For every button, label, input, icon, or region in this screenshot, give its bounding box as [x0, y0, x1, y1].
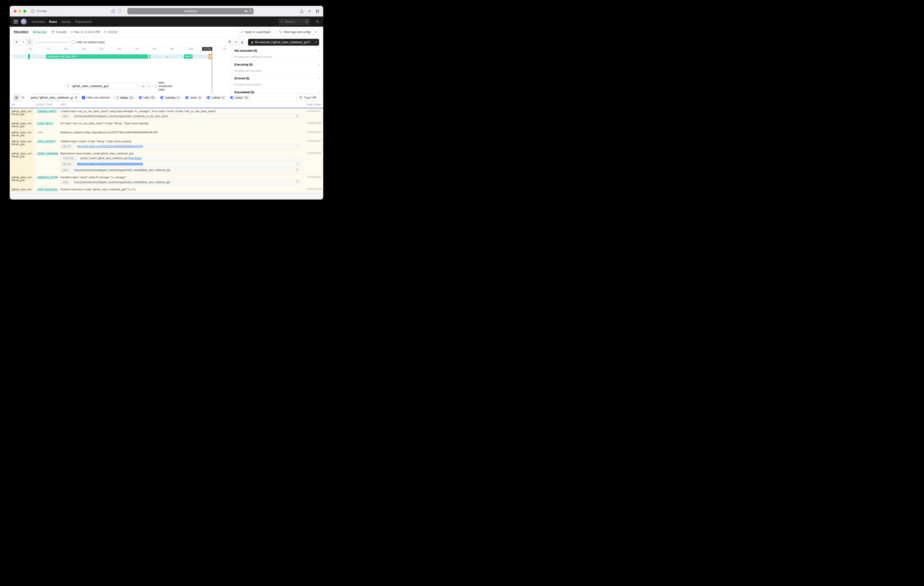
- nav-deployment[interactable]: Deployment: [75, 20, 92, 23]
- assets-count[interactable]: 5 assets: [51, 30, 67, 34]
- new-tab-icon[interactable]: [308, 9, 312, 13]
- tick: 40s: [82, 48, 86, 50]
- copy-icon[interactable]: [295, 180, 300, 184]
- reexecute-dropdown[interactable]: [313, 39, 319, 46]
- share-icon[interactable]: [300, 9, 304, 13]
- log-row[interactable]: github_stars_notebook_gist STEP_SUCCESS …: [10, 186, 323, 192]
- duration: 0:01:52: [103, 30, 117, 34]
- more-actions-button[interactable]: [313, 29, 319, 35]
- open-launchpad-button[interactable]: Open in Launchpad: [238, 29, 273, 35]
- nav-assets[interactable]: Assets: [61, 20, 71, 23]
- log-row[interactable]: github_stars_notebook_gist LOADED_INPUT …: [10, 108, 323, 121]
- copy-url-button[interactable]: Copy URL: [297, 94, 320, 101]
- svg-rect-31: [241, 42, 243, 43]
- gear-icon[interactable]: [315, 20, 319, 23]
- forward-button[interactable]: ›: [57, 8, 63, 14]
- logs-structured-button[interactable]: [13, 94, 20, 101]
- view-opt-3[interactable]: [239, 39, 246, 45]
- gantt-time-button[interactable]: [26, 39, 33, 45]
- translate-icon[interactable]: [244, 10, 248, 13]
- reload-icon[interactable]: [249, 10, 252, 13]
- gantt-bar-real[interactable]: real...: [184, 55, 191, 59]
- level-debug[interactable]: debug11: [112, 95, 135, 100]
- filter-graph-icon: [67, 85, 70, 88]
- svg-rect-3: [113, 10, 114, 12]
- svg-rect-29: [235, 41, 237, 43]
- log-row[interactable]: github_stars_notebook_gist INFO Notebook…: [10, 129, 323, 138]
- svg-point-35: [68, 87, 69, 88]
- level-info[interactable]: info20: [137, 95, 157, 100]
- level-warning[interactable]: warning0: [158, 95, 182, 100]
- svg-point-18: [280, 31, 280, 31]
- metadata-row: asset_keysimpler_model / github_stars_no…: [60, 156, 300, 161]
- section-errored[interactable]: Errored (0)⌄: [231, 75, 323, 82]
- metadata-row: path/Users/yuhan/dev/local/dagster_home/…: [60, 180, 300, 185]
- shield-icon[interactable]: [117, 9, 122, 13]
- search-input[interactable]: Search... /: [279, 18, 310, 25]
- status-badge: Success: [32, 30, 48, 34]
- copy-icon[interactable]: [295, 114, 300, 118]
- nav-overview[interactable]: Overview: [31, 20, 45, 23]
- tick: 60s: [117, 48, 121, 50]
- hide-non-matches-checkbox[interactable]: Hide non-matches: [82, 96, 110, 99]
- filter-clear-button[interactable]: [140, 83, 146, 89]
- svg-rect-30: [241, 43, 243, 43]
- sidebar-toggle-icon[interactable]: [31, 9, 35, 13]
- filter-expand-button[interactable]: [146, 83, 153, 89]
- status-panel: Not executed (0)⌄ No steps are waiting t…: [231, 47, 323, 93]
- gantt-flat-button[interactable]: [13, 39, 20, 45]
- gantt-chart[interactable]: 10s20s30s40s50s60s70s80s90s100s 111.5s 1…: [10, 47, 231, 93]
- svg-rect-27: [229, 42, 231, 42]
- level-error[interactable]: error0: [183, 95, 203, 100]
- gantt-waterfall-button[interactable]: [20, 39, 26, 45]
- logs-query-input[interactable]: [28, 94, 79, 101]
- metadata-row: path/Users/yuhan/dev/local/dagster_home/…: [60, 114, 300, 119]
- svg-rect-6: [316, 10, 317, 11]
- titlebar: Private ‹ › localhost: [10, 6, 323, 17]
- svg-rect-39: [21, 96, 24, 99]
- svg-point-10: [281, 21, 283, 23]
- section-not-executed[interactable]: Not executed (0)⌄: [231, 47, 323, 55]
- log-row[interactable]: github_stars_notebook_gist HANDLED_OUTPU…: [10, 174, 323, 186]
- nav-runs[interactable]: Runs: [49, 20, 57, 23]
- view-opt-2[interactable]: [233, 39, 239, 45]
- gantt-bar-stargazers[interactable]: stargazers_with_user_info: [46, 55, 148, 59]
- gantt-selected-step[interactable]: [209, 54, 212, 59]
- metadata-row: path/Users/yuhan/dev/local/dagster_home/…: [60, 167, 300, 172]
- gantt-filter-input[interactable]: [65, 83, 138, 89]
- tick: 30s: [64, 48, 68, 50]
- level-critical[interactable]: critical0: [205, 95, 227, 100]
- log-row[interactable]: github_stars_notebook_gist STEP_OUTPUT Y…: [10, 138, 323, 151]
- svg-rect-41: [300, 97, 302, 99]
- close-window-button[interactable]: [13, 10, 16, 13]
- url-bar[interactable]: localhost: [127, 8, 254, 14]
- gantt-toolbar: Hide not started steps Re-execute ("gith…: [10, 37, 323, 47]
- current-time-badge: 111.5s: [202, 47, 212, 51]
- copy-icon[interactable]: [295, 168, 300, 172]
- logs-raw-button[interactable]: [20, 94, 26, 101]
- maximize-window-button[interactable]: [23, 10, 26, 13]
- svg-point-25: [28, 41, 30, 43]
- view-tags-button[interactable]: View tags and config: [276, 29, 313, 35]
- minimize-window-button[interactable]: [18, 10, 21, 13]
- reexecute-button[interactable]: Re-execute ("github_stars_notebook_gist"…: [248, 39, 313, 46]
- back-button[interactable]: ‹: [51, 8, 56, 14]
- link-icon[interactable]: [295, 162, 300, 166]
- zoom-slider[interactable]: [35, 42, 69, 43]
- clear-query-button[interactable]: ✕: [74, 96, 78, 99]
- svg-rect-13: [52, 31, 54, 33]
- onepassword-icon[interactable]: [111, 9, 115, 13]
- section-executing[interactable]: Executing (0)⌄: [231, 61, 323, 68]
- hide-not-started-checkbox[interactable]: Hide not started steps: [72, 41, 105, 44]
- hide-unselected-checkbox[interactable]: Hide unselected steps: [155, 81, 176, 91]
- dagster-logo[interactable]: [21, 19, 27, 25]
- log-row[interactable]: github_stars_notebook_gist STEP_INPUT Go…: [10, 121, 323, 129]
- svg-rect-43: [297, 169, 299, 171]
- menu-icon[interactable]: [13, 20, 18, 23]
- view-opt-1[interactable]: [226, 39, 233, 45]
- link-icon[interactable]: [295, 144, 300, 149]
- level-event[interactable]: event74: [228, 95, 251, 100]
- log-row[interactable]: github_stars_notebook_gist ASSET_MATERIA…: [10, 151, 323, 174]
- svg-rect-0: [31, 10, 35, 13]
- tabs-icon[interactable]: [315, 9, 319, 13]
